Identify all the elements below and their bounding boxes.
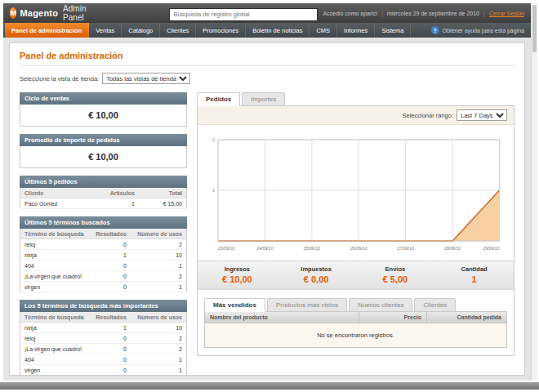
orders-chart: 1223/09/1024/09/1025/09/1026/09/1027/09/… [198,125,514,261]
grid-tab[interactable]: Clientes [414,298,456,312]
dashboard-sidebar: Ciclo de ventas € 10,00 Promedio de impo… [20,92,187,376]
last-orders-table: Cliente Artículos Total Paco Gomez [20,188,187,209]
range-bar: Seleccionar rango: Last 7 Days [198,106,514,125]
separator: | [483,11,485,16]
last-search-terms-table: Término de búsqueda Resultados Número de… [20,229,187,292]
top-search-terms-box: Los 5 términos de búsqueda más important… [20,300,187,376]
table-row[interactable]: ¡La virgen que cuadro! 0 2 [20,271,187,282]
nav-item[interactable]: Catálogo [122,23,160,38]
nav-item[interactable]: Clientes [160,23,196,38]
customer-cell: Paco Gomez [20,198,99,209]
table-row[interactable]: 404 0 1 [20,261,187,271]
uses-cell: 2 [131,333,187,344]
help-icon: ? [431,26,439,34]
content-outer: Panel de administración Seleccione la vi… [3,38,531,381]
results-cell: 0 [88,333,131,344]
current-date: miércoles 29 de septiembre de 2010 [387,11,479,16]
range-label: Seleccionar rango: [402,112,453,119]
nav-item[interactable]: Ventas [89,23,122,38]
table-row[interactable]: ninja 1 10 [20,323,187,333]
total-value: € 0,00 [277,274,356,284]
table-row[interactable]: Paco Gomez 1 € 15,00 [20,198,187,209]
nav-item[interactable]: Boletín de noticias [246,23,310,38]
top-search-terms-table: Término de búsqueda Resultados Número de… [20,312,187,376]
chart-tab[interactable]: Importes [242,92,285,106]
table-row[interactable]: virgen 0 1 [20,365,187,376]
nav-item[interactable]: Promociones [196,23,246,38]
grid-tabs: Más vendidosProductos más vistosNuevos c… [204,298,507,312]
dashboard-main: PedidosImportes Seleccionar rango: Last … [197,92,514,356]
table-row[interactable]: virgen 0 1 [20,282,187,292]
column-header: Término de búsqueda [20,229,89,239]
average-orders-box: Promedio de importe de pedidos € 10,00 [20,134,187,168]
table-row[interactable]: reloj 0 2 [20,239,187,250]
chart-tab[interactable]: Pedidos [197,92,240,106]
column-header: Número de usos [131,312,187,323]
box-title: Los 5 términos de búsqueda más important… [20,300,187,312]
scrollbar-thumb[interactable] [532,5,537,52]
magento-logo: M Magento Admin Panel [10,4,91,22]
column-header: Precio [359,312,427,323]
svg-text:23/09/10: 23/09/10 [218,246,234,251]
grid-tab[interactable]: Nuevos clientes [349,298,412,312]
separator: | [381,11,383,16]
logout-link[interactable]: Cerrar Sesión [489,11,524,16]
box-title: Últimos 5 pedidos [20,176,187,188]
last-orders-box: Últimos 5 pedidos Cliente Artículos Tota… [20,176,187,209]
total-cell: € 15,00 [139,198,187,209]
magento-admin-dashboard: M Magento Admin Panel Accedió como apari… [0,0,539,392]
column-header: Cliente [20,188,99,198]
help-label: Obtener ayuda para esta página [443,28,524,33]
empty-message: No se encontraron registros. [205,323,507,348]
empty-row: No se encontraron registros. [205,323,507,348]
average-orders-value: € 10,00 [20,146,187,168]
main-nav: Panel de administraciónVentasCatálogoCli… [3,23,531,38]
nav-item[interactable]: Panel de administración [5,23,89,38]
orders-chart-svg: 1223/09/1024/09/1025/09/1026/09/1027/09/… [204,131,507,254]
svg-text:29/09/10: 29/09/10 [483,246,499,251]
term-cell: virgen [20,365,89,376]
results-cell: 0 [88,365,131,376]
column-header: Cantidad pedida [427,312,507,323]
total-value: € 5,00 [356,274,435,284]
magento-logo-icon: M [10,7,16,19]
table-row[interactable]: ninja 1 10 [20,250,187,261]
table-row[interactable]: ¡La virgen que cuadro! 0 2 [20,344,187,354]
box-title: Promedio de importe de pedidos [20,134,187,146]
table-row[interactable]: 404 0 1 [20,354,187,365]
nav-item[interactable]: CMS [310,23,337,38]
table-row[interactable]: reloj 0 2 [20,333,187,344]
items-cell: 1 [98,198,139,209]
total-label: Envíos [356,265,435,273]
range-select[interactable]: Last 7 Days [457,109,507,121]
nav-item[interactable]: Sistema [375,23,411,38]
nav-item[interactable]: Informes [337,23,375,38]
page-title: Panel de administración [20,51,514,66]
results-cell: 1 [88,323,131,333]
total-value: € 10,00 [198,274,277,284]
svg-text:25/09/10: 25/09/10 [304,246,320,251]
total-stat: Impuestos € 0,00 [277,261,356,289]
uses-cell: 2 [131,271,187,282]
window-bottom-bar [0,382,539,390]
total-stat: Envíos € 5,00 [356,261,435,289]
total-value: 1 [434,274,514,284]
column-header: Resultados [88,312,131,323]
products-table: Nombre del producto Precio Cantidad pedi… [204,312,507,348]
global-search-input[interactable] [169,8,318,21]
store-view-select[interactable]: Todas las vistas de tienda [102,73,190,84]
page-help[interactable]: ? Obtener ayuda para esta página [431,23,529,38]
results-cell: 0 [88,354,131,365]
grid-tab[interactable]: Más vendidos [204,298,265,312]
term-cell: ninja [20,323,89,333]
results-cell: 1 [88,250,131,261]
top-header: M Magento Admin Panel Accedió como apari… [3,3,531,23]
total-stat: Ingresos € 10,00 [198,261,277,289]
grid-tab[interactable]: Productos más vistos [267,298,347,312]
term-cell: ¡La virgen que cuadro! [20,344,89,354]
total-label: Ingresos [198,265,277,273]
uses-cell: 2 [131,344,187,354]
total-label: Impuestos [277,265,356,273]
svg-text:2: 2 [212,137,215,142]
logo-name: Magento [20,8,58,18]
